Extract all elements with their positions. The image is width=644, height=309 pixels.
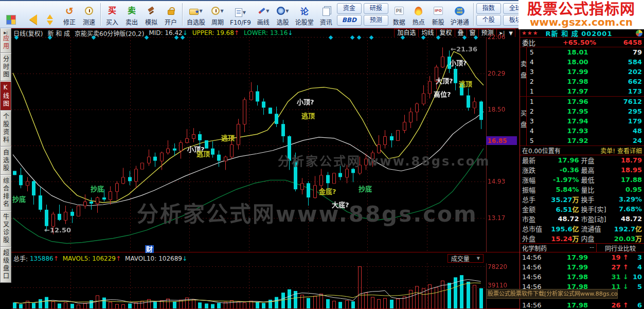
toolbar-separator [100, 3, 101, 26]
chevron-down-icon[interactable]: ▼ [507, 30, 515, 36]
index-button[interactable]: 指数 [476, 3, 501, 14]
sidebar-tab-分时图[interactable]: 分时图 [0, 53, 11, 81]
sidebar-tab-K线图[interactable]: K线图 [0, 81, 11, 111]
stock-button[interactable]: 个股 [476, 15, 501, 26]
report-button[interactable]: 研报 [364, 3, 388, 14]
sell-orders: 卖盘518.0179418.00584317.99202217.98662117… [520, 47, 644, 97]
pencil-icon [257, 7, 265, 15]
back-arrow-icon [24, 14, 37, 25]
download-watermark-band: 股票公式股票软件下载[分析家公式网www.88gs.com] [486, 289, 618, 299]
funds-button[interactable]: 资金 [337, 3, 362, 14]
tick-price: 17.99 [544, 253, 611, 261]
stat-label: 最高 [581, 165, 614, 175]
order-qty: 295 [618, 107, 642, 115]
speedtest-button[interactable]: 测速 [79, 2, 99, 27]
sidebar-tab-综合排名[interactable]: 综合排名 [0, 175, 11, 211]
stat-label: 外盘 [522, 233, 551, 243]
stat-label: 振幅 [522, 185, 551, 194]
tick-time: 14:56 [522, 253, 544, 261]
correct-button[interactable]: ↺修正 [60, 2, 79, 27]
bbd-button[interactable]: BBD [337, 15, 362, 26]
sidebar-tab-牛叉诊股[interactable]: 牛叉诊股 [0, 211, 11, 247]
draw-line-label: 画线 [257, 17, 270, 26]
volume-indicator-selector[interactable]: 成交量 ▼ [448, 254, 484, 263]
indicator-name-label: 京能买卖60分钟版(20,2) [75, 29, 144, 38]
stat-value: 17.96 [551, 156, 581, 164]
chart-tool-加自选[interactable]: 加自选 [395, 29, 419, 37]
down-arrow-icon: ↓ [288, 29, 293, 37]
order-level: 1 [530, 98, 537, 105]
order-qty: 24 [618, 137, 642, 144]
forum-button[interactable]: 论论股堂 [293, 2, 316, 27]
sidebar-tab-label: 牛叉诊股 [2, 213, 10, 244]
buy-button[interactable]: 买买入 [102, 2, 122, 27]
expand-icon[interactable]: ➤| [497, 30, 507, 36]
gavel-icon [147, 7, 156, 15]
back-button[interactable] [21, 2, 40, 27]
weibi-value: +65.50% [535, 39, 623, 46]
tick-lots: 6 [629, 301, 642, 309]
order-qty: 179 [618, 117, 642, 125]
period-button[interactable]: ▼周期 [208, 2, 227, 27]
sidebar-tab-应用[interactable]: ▶|应用 [0, 28, 11, 53]
hk-connect-button[interactable]: SSEHKE沪港通 [448, 2, 472, 27]
sidebar-tab-自选股[interactable]: 自选股 [0, 147, 11, 175]
page-up-down-button[interactable] [40, 2, 60, 27]
dropdown-arrow-icon: ▼ [243, 10, 246, 15]
app-menu-button[interactable] [1, 2, 21, 27]
forum-label: 论股堂 [295, 17, 314, 26]
up-arrow-icon: ↑ [116, 255, 121, 262]
sector-cell[interactable]: 化学制药-- [520, 244, 597, 252]
stat-label: 最新 [522, 155, 551, 165]
order-level: 2 [530, 108, 537, 115]
speed-label: 测速 [83, 17, 95, 26]
pie-chart-icon[interactable] [636, 30, 642, 37]
buy-orders-label: 买盘 [520, 97, 527, 146]
chart-tool-叠[interactable]: 叠 [455, 29, 467, 37]
sidebar-tab-label: 应用 [2, 35, 10, 50]
order-row: 317.94179 [527, 116, 644, 126]
order-level: 2 [530, 78, 537, 85]
news-label: 资讯 [320, 17, 332, 26]
down-arrow-icon: ↓ [623, 273, 629, 281]
stat-row: 最新17.96开盘18.79 [520, 155, 644, 165]
stat-row: 外盘15.24万内盘20.03万 [520, 233, 644, 243]
open-account-button[interactable]: 开户 [161, 2, 181, 27]
candlestick-chart[interactable] [11, 37, 520, 252]
tick-count: 31 ↓ [611, 273, 629, 281]
chart-tool-均线[interactable]: 均线 [419, 29, 437, 37]
order-price: 17.92 [537, 137, 618, 144]
order-price: 17.94 [537, 117, 618, 125]
stat-value: 192.7亿 [614, 224, 642, 233]
order-price: 18.00 [537, 58, 618, 66]
chart-tool-预测[interactable]: 预测 [479, 29, 497, 37]
order-level: 1 [530, 88, 537, 95]
sidebar-tab-超级盘口[interactable]: 超级盘口 [0, 247, 11, 283]
hotspot-button[interactable]: 热点 [409, 2, 428, 27]
tick-lots: 3 [629, 253, 642, 261]
industry-compare-link[interactable]: 同行业比较 [597, 244, 644, 252]
view-detail-link[interactable]: 卖单! 查看详细 [600, 146, 642, 155]
data-button[interactable]: PE数据 [389, 2, 409, 27]
forecast-button[interactable]: 预测 [364, 15, 388, 26]
sidebar-tab-个股资料[interactable]: 个股资料 [0, 111, 11, 147]
stock-pick-button[interactable]: ▼选股 [273, 2, 293, 27]
unit-suffix: 亿 [635, 225, 642, 233]
draw-line-button[interactable]: ▼画线 [254, 2, 273, 27]
unit-suffix: 万 [572, 196, 579, 204]
up-arrow-icon: ↑ [623, 263, 629, 271]
news-button[interactable]: 资讯 [316, 2, 336, 27]
chart-tool-窗[interactable]: 窗 [467, 29, 479, 37]
volume-chart[interactable] [11, 263, 520, 309]
order-level: 3 [530, 68, 537, 76]
stat-row: 金额6.51亿换手[实]7.68% [520, 204, 644, 214]
stat-value: 18.95 [614, 166, 642, 174]
chart-tool-复权[interactable]: 复权 [437, 29, 455, 37]
simulate-button[interactable]: 模拟 [141, 2, 161, 27]
f10-button[interactable]: ▼F10/F9 [227, 2, 254, 27]
toolbar-separator [182, 3, 183, 26]
down-arrow-icon: ↓ [182, 255, 187, 262]
watchlist-button[interactable]: ▼自选股 [184, 2, 208, 27]
sell-button[interactable]: 卖卖出 [122, 2, 141, 27]
ipo-button[interactable]: IPO新股 [428, 2, 448, 27]
